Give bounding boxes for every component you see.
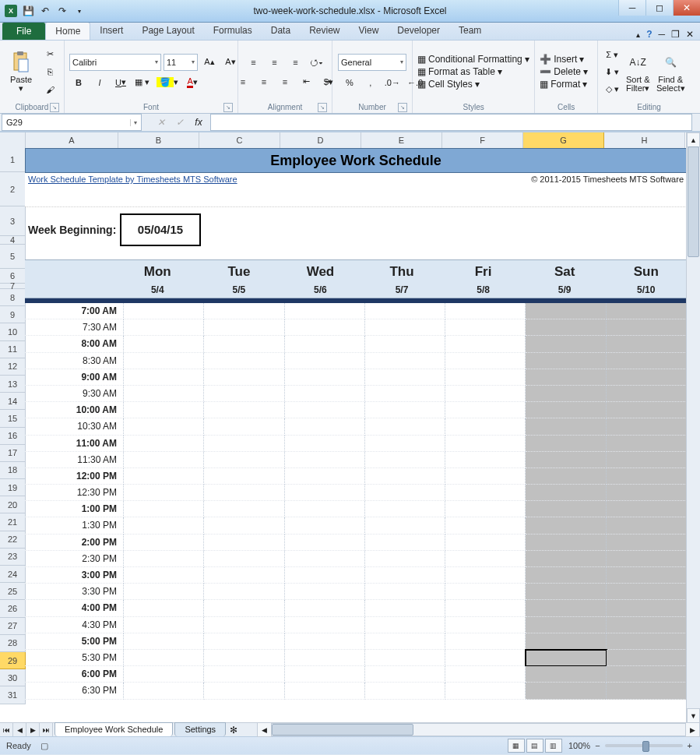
schedule-cell[interactable] [445, 386, 526, 402]
row-header[interactable]: 12 [0, 358, 26, 376]
schedule-cell[interactable] [445, 336, 526, 352]
schedule-cell[interactable] [607, 303, 687, 319]
week-beginning-date[interactable]: 05/04/15 [120, 213, 201, 246]
schedule-cell[interactable] [365, 633, 445, 650]
schedule-cell[interactable] [607, 452, 687, 468]
schedule-cell[interactable] [124, 501, 204, 517]
schedule-cell[interactable] [365, 369, 445, 386]
number-dialog-icon[interactable]: ↘ [398, 103, 407, 112]
normal-view-icon[interactable]: ▦ [508, 739, 525, 753]
accounting-button[interactable]: $▾ [319, 75, 338, 90]
schedule-cell[interactable] [365, 436, 445, 452]
schedule-cell[interactable] [204, 517, 284, 534]
schedule-cell[interactable] [285, 353, 365, 369]
alignment-dialog-icon[interactable]: ↘ [318, 103, 327, 112]
row-header[interactable]: 16 [0, 428, 26, 445]
align-left-button[interactable]: ≡ [234, 74, 252, 90]
schedule-cell[interactable] [285, 436, 365, 452]
schedule-cell[interactable] [204, 369, 284, 386]
help-icon[interactable]: ? [646, 29, 652, 40]
row-header[interactable]: 19 [0, 479, 26, 496]
schedule-cell[interactable] [204, 633, 284, 650]
underline-button[interactable]: U ▾ [111, 75, 130, 90]
schedule-cell[interactable] [124, 386, 204, 402]
schedule-cell[interactable] [365, 517, 445, 534]
schedule-cell[interactable] [365, 402, 445, 418]
row-header[interactable]: 9 [0, 306, 26, 323]
schedule-cell[interactable] [365, 534, 445, 551]
workbook-minimize-icon[interactable]: ─ [658, 29, 665, 40]
scroll-down-icon[interactable]: ▼ [687, 708, 700, 723]
schedule-cell[interactable] [445, 485, 526, 501]
fill-button[interactable]: ⬇ ▾ [603, 64, 621, 79]
schedule-cell[interactable] [526, 418, 606, 435]
schedule-cell[interactable] [526, 666, 606, 683]
save-icon[interactable]: 💾 [22, 5, 34, 17]
copy-button[interactable]: ⎘ [40, 64, 59, 79]
row-header[interactable]: 31 [0, 686, 26, 704]
row-header[interactable]: 22 [0, 531, 26, 549]
schedule-cell[interactable] [445, 600, 526, 616]
column-header[interactable]: B [118, 132, 199, 149]
schedule-cell[interactable] [124, 600, 204, 616]
schedule-cell[interactable] [285, 452, 365, 468]
row-header[interactable]: 17 [0, 445, 26, 462]
schedule-cell[interactable] [124, 468, 204, 485]
schedule-cell[interactable] [607, 567, 687, 584]
schedule-cell[interactable] [204, 353, 284, 369]
row-header[interactable]: 14 [0, 393, 26, 410]
workbook-close-icon[interactable]: ✕ [686, 29, 694, 40]
schedule-cell[interactable] [526, 600, 606, 616]
row-header[interactable]: 13 [0, 376, 26, 393]
schedule-cell[interactable] [124, 452, 204, 468]
schedule-cell[interactable] [445, 353, 526, 369]
decrease-indent-button[interactable]: ⇤ [297, 74, 315, 90]
schedule-cell[interactable] [285, 584, 365, 600]
schedule-cell[interactable] [526, 501, 606, 517]
schedule-cell[interactable] [607, 386, 687, 402]
align-middle-button[interactable]: ≡ [266, 55, 284, 70]
cancel-formula-icon[interactable]: ✕ [154, 115, 168, 129]
schedule-cell[interactable] [204, 683, 284, 699]
schedule-cell[interactable] [285, 683, 365, 699]
align-center-button[interactable]: ≡ [255, 74, 273, 90]
schedule-cell[interactable] [124, 551, 204, 567]
border-button[interactable]: ▦ ▾ [132, 75, 152, 90]
row-header[interactable]: 2 [0, 172, 26, 206]
tab-developer[interactable]: Developer [388, 22, 449, 40]
percent-button[interactable]: % [340, 75, 359, 90]
schedule-cell[interactable] [124, 534, 204, 551]
column-header[interactable]: G [523, 132, 604, 149]
schedule-cell[interactable] [445, 633, 526, 650]
schedule-cell[interactable] [607, 650, 687, 666]
schedule-cell[interactable] [285, 369, 365, 386]
schedule-cell[interactable] [445, 468, 526, 485]
zoom-in-icon[interactable]: + [688, 741, 692, 750]
schedule-cell[interactable] [285, 303, 365, 319]
schedule-cell[interactable] [204, 418, 284, 435]
schedule-cell[interactable] [445, 436, 526, 452]
fill-color-button[interactable]: 🪣▾ [154, 75, 181, 90]
schedule-cell[interactable] [445, 319, 526, 336]
zoom-slider[interactable] [605, 744, 683, 747]
redo-icon[interactable]: ↷ [56, 5, 69, 17]
schedule-cell[interactable] [204, 551, 284, 567]
schedule-cell[interactable] [607, 551, 687, 567]
vertical-scrollbar[interactable]: ▲ ▼ [686, 132, 700, 723]
schedule-cell[interactable] [124, 353, 204, 369]
schedule-cell[interactable] [445, 501, 526, 517]
column-header[interactable]: A [26, 132, 118, 149]
schedule-cell[interactable] [204, 666, 284, 683]
vscroll-thumb[interactable] [688, 146, 699, 257]
align-top-button[interactable]: ≡ [244, 55, 263, 70]
schedule-cell[interactable] [124, 666, 204, 683]
schedule-cell[interactable] [607, 600, 687, 616]
schedule-cell[interactable] [607, 402, 687, 418]
schedule-cell[interactable] [204, 386, 284, 402]
schedule-cell[interactable] [607, 617, 687, 633]
cell-styles-button[interactable]: ▦ Cell Styles ▾ [417, 79, 480, 90]
schedule-cell[interactable] [445, 666, 526, 683]
schedule-cell[interactable] [526, 369, 606, 386]
find-select-button[interactable]: 🔍 Find & Select▾ [654, 51, 687, 93]
clear-button[interactable]: ◇ ▾ [603, 81, 621, 97]
